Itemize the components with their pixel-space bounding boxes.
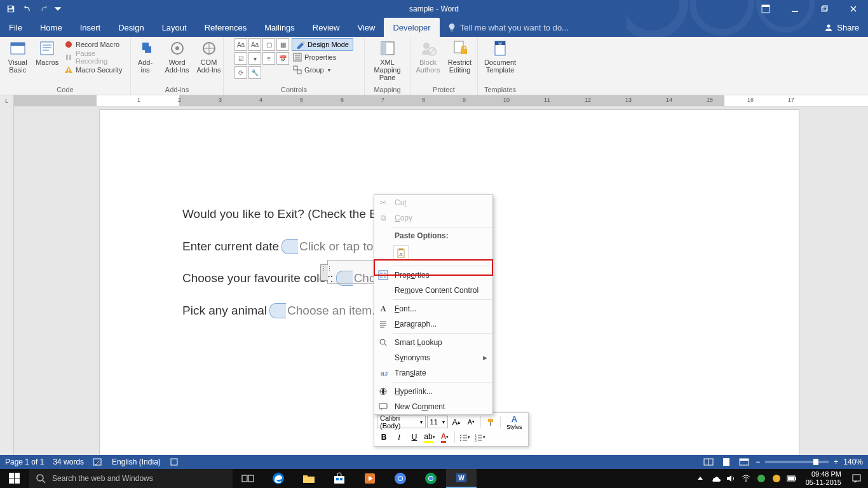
tray-notifications-icon[interactable]	[850, 473, 863, 484]
tray-onedrive-icon[interactable]	[710, 473, 721, 484]
tell-me-search[interactable]: Tell me what you want to do...	[440, 18, 576, 37]
restrict-editing-button[interactable]: Restrict Editing	[445, 38, 475, 75]
mini-numbering[interactable]: 123▾	[473, 431, 487, 444]
building-block-control[interactable]: ▦	[276, 38, 289, 51]
visual-basic-button[interactable]: Visual Basic	[4, 38, 31, 75]
xml-mapping-pane-button[interactable]: XML Mapping Pane	[367, 38, 408, 83]
task-view-button[interactable]	[233, 469, 263, 488]
date-picker-control[interactable]: 📅	[276, 52, 289, 65]
tab-home[interactable]: Home	[31, 18, 71, 37]
paste-keep-text-button[interactable]: A	[393, 245, 409, 261]
mini-font-size[interactable]: 11▾	[427, 416, 449, 428]
checkbox-control[interactable]: ☑	[234, 52, 247, 65]
repeating-section-control[interactable]: ⟳	[234, 66, 247, 79]
tab-layout[interactable]: Layout	[153, 18, 196, 37]
record-macro-button[interactable]: Record Macro	[63, 38, 126, 51]
share-button[interactable]: Share	[815, 18, 868, 37]
status-words[interactable]: 34 words	[53, 458, 84, 466]
taskbar-word[interactable]: W	[446, 469, 477, 488]
zoom-level[interactable]: 140%	[843, 458, 863, 466]
zoom-in-button[interactable]: +	[834, 458, 838, 466]
horizontal-ruler[interactable]: 1 2 3 4 5 6 7 8 9 10 11 12 13 14 15 16 1…	[14, 95, 868, 107]
plain-text-control[interactable]: Aa	[248, 38, 261, 51]
macro-security-button[interactable]: Macro Security	[63, 64, 126, 76]
taskbar-chrome-2[interactable]	[416, 469, 446, 488]
taskbar-store[interactable]	[324, 469, 355, 488]
rich-text-control[interactable]: Aa	[234, 38, 247, 51]
tray-volume-icon[interactable]	[726, 473, 736, 484]
content-control-handle[interactable]	[320, 264, 328, 281]
properties-button[interactable]: Properties	[292, 51, 353, 64]
document-template-button[interactable]: WDocument Template	[481, 38, 519, 75]
start-button[interactable]	[0, 469, 29, 488]
date-content-control[interactable]: Click or tap to e	[281, 238, 384, 255]
redo-button[interactable]	[37, 2, 51, 16]
ctx-translate[interactable]: aあTranslate	[374, 365, 492, 381]
ctx-synonyms[interactable]: Synonyms▶	[374, 350, 492, 365]
dropdown-list-control[interactable]: ≡	[262, 52, 275, 65]
tray-show-hidden[interactable]	[695, 473, 705, 484]
ctx-smart-lookup[interactable]: Smart Lookup	[374, 335, 492, 350]
mini-italic[interactable]: I	[392, 431, 406, 444]
ctx-remove-content-control[interactable]: Remove Content Control	[374, 283, 492, 298]
word-addins-button[interactable]: Word Add-Ins	[163, 38, 192, 75]
tab-review[interactable]: Review	[304, 18, 349, 37]
picture-control[interactable]: ▢	[262, 38, 275, 51]
view-print-layout[interactable]	[720, 456, 733, 468]
com-addins-button[interactable]: COM Add-Ins	[194, 38, 224, 75]
ctx-hyperlink[interactable]: Hyperlink...	[374, 384, 492, 399]
view-web-layout[interactable]	[738, 456, 750, 468]
mini-font-color[interactable]: A▾	[438, 431, 452, 444]
mini-format-painter[interactable]	[484, 416, 498, 428]
qat-customize-button[interactable]	[53, 2, 62, 16]
mini-grow-font[interactable]: A▴	[449, 416, 463, 428]
mini-bold[interactable]: B	[377, 431, 391, 444]
zoom-slider[interactable]	[765, 461, 829, 463]
tray-wifi-icon[interactable]	[741, 473, 751, 484]
ribbon-display-options-button[interactable]	[751, 0, 780, 18]
mini-bullets[interactable]: ▾	[458, 431, 471, 444]
tab-references[interactable]: References	[196, 18, 255, 37]
status-language[interactable]: English (India)	[112, 458, 161, 466]
close-button[interactable]	[839, 0, 868, 18]
ctx-properties[interactable]: Properties	[374, 268, 492, 283]
addins-button[interactable]: Add- ins	[131, 38, 160, 75]
vertical-ruler[interactable]	[0, 107, 14, 455]
tab-developer[interactable]: Developer	[384, 18, 439, 37]
legacy-tools-control[interactable]: 🔧	[248, 66, 261, 79]
taskbar-media-player[interactable]	[355, 469, 385, 488]
undo-button[interactable]	[20, 2, 34, 16]
tab-mailings[interactable]: Mailings	[255, 18, 304, 37]
tab-file[interactable]: File	[0, 18, 31, 37]
minimize-button[interactable]	[780, 0, 810, 18]
view-read-mode[interactable]	[702, 456, 715, 468]
save-button[interactable]	[4, 2, 18, 16]
tray-app-1[interactable]	[756, 473, 766, 484]
taskbar-chrome-1[interactable]	[385, 469, 416, 488]
ctx-font[interactable]: AFont...	[374, 301, 492, 316]
mini-highlight[interactable]: ab▾	[423, 431, 437, 444]
ctx-paragraph[interactable]: Paragraph...	[374, 316, 492, 332]
ctx-new-comment[interactable]: New Comment	[374, 399, 492, 414]
group-button[interactable]: Group▾	[292, 64, 353, 76]
design-mode-button[interactable]: Design Mode	[292, 38, 353, 51]
tray-app-2[interactable]	[771, 473, 782, 484]
tray-battery-icon[interactable]	[787, 473, 797, 484]
taskbar-edge[interactable]	[263, 469, 294, 488]
taskbar-file-explorer[interactable]	[294, 469, 324, 488]
tab-design[interactable]: Design	[109, 18, 153, 37]
taskbar-clock[interactable]: 09:48 PM 05-11-2015	[802, 470, 845, 487]
tab-view[interactable]: View	[348, 18, 384, 37]
combo-box-control[interactable]: ▾	[248, 52, 261, 65]
macros-button[interactable]: Macros	[34, 38, 60, 67]
taskbar-search[interactable]: Search the web and Windows	[29, 469, 233, 488]
mini-font-name[interactable]: Calibri (Body)▾	[377, 416, 426, 428]
status-spellcheck-icon[interactable]	[93, 458, 103, 466]
zoom-out-button[interactable]: −	[756, 458, 760, 466]
restore-button[interactable]	[810, 0, 839, 18]
tab-insert[interactable]: Insert	[71, 18, 110, 37]
mini-styles[interactable]: AStyles	[503, 416, 526, 428]
mini-underline[interactable]: U	[407, 431, 421, 444]
status-page[interactable]: Page 1 of 1	[5, 458, 44, 466]
status-macro-icon[interactable]	[170, 458, 179, 466]
